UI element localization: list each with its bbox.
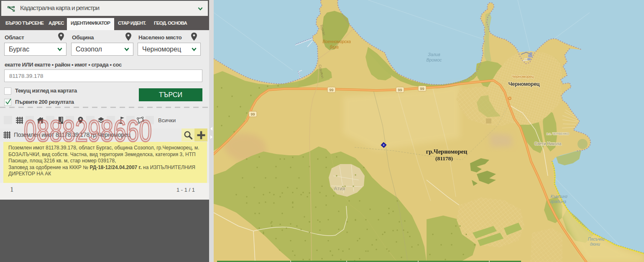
svg-text:Пясъчни: Пясъчни bbox=[588, 237, 605, 241]
svg-text:дюни: дюни bbox=[590, 242, 601, 247]
svg-text:Черноморец: Черноморец bbox=[509, 81, 540, 87]
svg-text:(81178): (81178) bbox=[435, 155, 453, 162]
svg-text:Атия: Атия bbox=[334, 186, 345, 192]
svg-text:Къмпинг: Къмпинг bbox=[551, 194, 568, 199]
svg-text:Свети Никола: Свети Никола bbox=[534, 141, 562, 146]
svg-text:Вромос: Вромос bbox=[427, 57, 442, 62]
svg-text:Залив: Залив bbox=[428, 52, 440, 57]
svg-text:гр.Черноморец: гр.Черноморец bbox=[426, 148, 468, 155]
svg-text:Военноморска: Военноморска bbox=[322, 39, 351, 44]
svg-text:0888298660: 0888298660 bbox=[24, 116, 152, 148]
svg-text:99: 99 bbox=[329, 88, 333, 92]
svg-text:градина: градина bbox=[550, 199, 567, 204]
svg-text:99: 99 bbox=[398, 88, 402, 92]
svg-text:база: база bbox=[330, 45, 339, 49]
svg-text:Черноморец: Черноморец bbox=[512, 74, 534, 79]
svg-text:99: 99 bbox=[250, 112, 255, 116]
svg-text:99: 99 bbox=[420, 87, 424, 91]
svg-text:в.з. ЧЕРВЕНКО: в.з. ЧЕРВЕНКО bbox=[547, 132, 569, 136]
